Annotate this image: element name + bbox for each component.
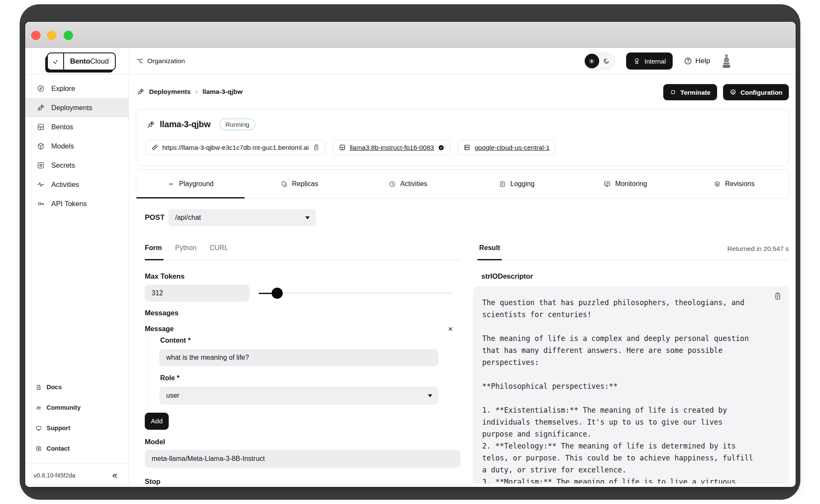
main-content: Deployments › llama-3-qjbw Terminate Con… xyxy=(129,75,796,487)
sidebar-link-docs[interactable]: Docs xyxy=(25,377,129,397)
rocket-icon xyxy=(137,88,144,96)
dark-mode-button[interactable] xyxy=(599,54,614,68)
role-label: Role * xyxy=(160,374,179,382)
close-window-button[interactable] xyxy=(31,31,41,40)
user-avatar[interactable] xyxy=(721,53,732,69)
sidebar-item-label: Explore xyxy=(51,84,75,93)
message-group-rule xyxy=(148,337,149,405)
organization-icon xyxy=(136,57,144,65)
copy-url-icon[interactable] xyxy=(313,144,320,151)
endpoint-select[interactable]: /api/chat xyxy=(168,209,316,226)
max-tokens-input[interactable] xyxy=(145,285,249,302)
sidebar-item-deployments[interactable]: Deployments xyxy=(25,98,129,117)
sidebar-link-label: Contact xyxy=(47,445,70,452)
tab-playground[interactable]: Playground xyxy=(136,170,245,198)
award-icon xyxy=(633,57,641,65)
endpoint-url[interactable]: https://llama-3-qjbw-e3c1c7db.mt-guc1.be… xyxy=(162,144,309,151)
sidebar-item-label: Deployments xyxy=(51,104,92,112)
organization-switcher[interactable]: Organization xyxy=(136,48,185,74)
deployment-name: llama-3-qjbw xyxy=(160,119,211,129)
macos-titlebar xyxy=(25,22,796,48)
monitor-icon xyxy=(35,425,42,431)
cluster-link[interactable]: google-cloud-us-central-1 xyxy=(474,144,550,151)
copy-result-icon[interactable] xyxy=(773,292,782,300)
collapse-sidebar-icon[interactable]: « xyxy=(112,471,117,480)
tab-logging[interactable]: Logging xyxy=(463,170,571,198)
breadcrumb-deployments-link[interactable]: Deployments xyxy=(149,88,190,96)
tab-replicas[interactable]: Replicas xyxy=(245,170,354,198)
minimize-window-button[interactable] xyxy=(47,31,56,40)
sidebar-item-models[interactable]: Models xyxy=(25,137,129,156)
sidebar-link-contact[interactable]: Contact xyxy=(25,438,129,459)
bento-tag-chip: llama3:8b-instruct-fp16-0083 xyxy=(333,140,450,155)
descriptor-label: strIODescriptor xyxy=(481,272,533,280)
cluster-chip: google-cloud-us-central-1 xyxy=(458,140,555,155)
verified-check-icon xyxy=(438,144,445,151)
light-mode-button[interactable] xyxy=(585,54,599,68)
sidebar-item-explore[interactable]: Explore xyxy=(25,79,129,98)
role-select[interactable]: user xyxy=(159,387,439,405)
slider-track xyxy=(259,293,453,294)
sidebar-link-support[interactable]: Support xyxy=(25,418,129,438)
terminate-button[interactable]: Terminate xyxy=(663,84,717,100)
terminate-label: Terminate xyxy=(680,89,711,96)
log-document-icon xyxy=(499,181,506,188)
sidebar-link-label: Support xyxy=(47,425,70,431)
tab-curl[interactable]: CURL xyxy=(210,244,228,252)
http-method-label: POST xyxy=(145,213,168,222)
brand-light: Cloud xyxy=(90,57,108,66)
content-input[interactable] xyxy=(159,349,439,366)
deployment-summary-card: llama-3-qjbw Running https://llama-3-qjb… xyxy=(136,109,789,166)
add-message-button[interactable]: Add xyxy=(145,413,169,430)
copies-icon xyxy=(281,181,288,188)
sidebar-item-label: Secrets xyxy=(51,161,75,169)
max-tokens-slider[interactable] xyxy=(259,287,453,300)
sidebar-item-secrets[interactable]: Secrets xyxy=(25,156,129,175)
result-tabs-rule xyxy=(473,260,789,260)
tab-label: Replicas xyxy=(292,180,318,188)
compass-icon xyxy=(37,84,45,93)
stop-label: Stop xyxy=(145,478,161,486)
sidebar-item-activities[interactable]: Activities xyxy=(25,175,129,194)
tab-activities[interactable]: Activities xyxy=(354,170,463,198)
help-menu[interactable]: Help xyxy=(684,57,710,65)
deployment-tabs: Playground Replicas Activities Logging M… xyxy=(136,169,789,198)
tab-python[interactable]: Python xyxy=(175,244,196,252)
zoom-window-button[interactable] xyxy=(64,31,73,40)
role-select-value: user xyxy=(166,392,179,399)
form-tabs-rule xyxy=(145,260,460,260)
sidebar-item-label: Activities xyxy=(51,181,79,189)
sidebar-footer: v0.8.10-f45f2da « xyxy=(25,463,129,487)
browser-window: BentoCloud Organization xyxy=(25,22,796,487)
internal-label: Internal xyxy=(644,58,666,65)
configuration-label: Configuration xyxy=(741,89,782,96)
endpoint-url-chip: https://llama-3-qjbw-e3c1c7db.mt-guc1.be… xyxy=(146,140,325,155)
gear-icon xyxy=(729,89,737,96)
max-tokens-label: Max Tokens xyxy=(145,272,184,280)
tab-label: Logging xyxy=(510,180,535,188)
tab-label: Activities xyxy=(400,180,427,188)
slider-thumb[interactable] xyxy=(272,288,283,299)
brand-bold: Bento xyxy=(70,57,90,66)
bentocloud-logo[interactable]: BentoCloud xyxy=(47,52,116,70)
configuration-button[interactable]: Configuration xyxy=(723,84,789,100)
internal-org-badge[interactable]: Internal xyxy=(626,52,673,70)
bento-tag-link[interactable]: llama3:8b-instruct-fp16-0083 xyxy=(350,144,434,151)
model-input[interactable] xyxy=(145,450,460,468)
cube-icon xyxy=(37,142,45,150)
tab-monitoring[interactable]: Monitoring xyxy=(571,170,680,198)
sidebar-item-api-tokens[interactable]: API Tokens xyxy=(25,194,129,213)
tab-label: Playground xyxy=(179,180,214,188)
returned-in-text: Returned in 20.547 s xyxy=(473,245,789,253)
result-output-text: The question that has puzzled philosophe… xyxy=(482,297,772,484)
tab-form[interactable]: Form xyxy=(145,244,162,252)
chevron-down-icon xyxy=(428,394,432,397)
sidebar-link-community[interactable]: Community xyxy=(25,397,129,418)
tab-revisions[interactable]: Revisions xyxy=(680,170,789,198)
vault-icon xyxy=(37,161,45,169)
bento-box-icon xyxy=(37,123,45,131)
pulse-icon xyxy=(37,181,45,189)
sidebar-item-bentos[interactable]: Bentos xyxy=(25,117,129,137)
theme-toggle[interactable] xyxy=(583,52,615,70)
remove-message-icon[interactable]: × xyxy=(448,324,453,334)
